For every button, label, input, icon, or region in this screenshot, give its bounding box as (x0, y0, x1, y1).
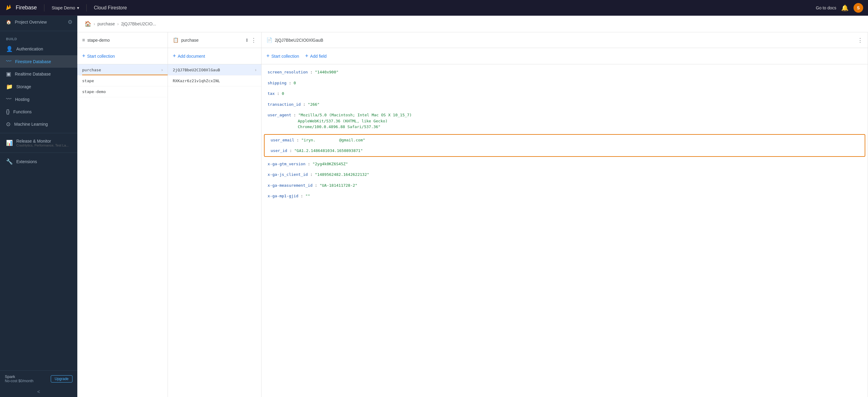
add-document-button[interactable]: + Add document (173, 52, 205, 60)
field-value: 0 (293, 81, 296, 85)
plus-icon: + (305, 53, 308, 59)
project-overview-label: Project Overview (15, 20, 47, 25)
doc-header-actions: ⫾ ⋮ (246, 37, 256, 43)
field-value: "UA-181411728-2" (319, 183, 357, 188)
field-key: user_email (271, 138, 294, 142)
field-header-title: 2jQJ7BbeU2CIO0XlGauB (275, 38, 858, 42)
sidebar-divider-1 (0, 31, 77, 31)
breadcrumb-sep-2: › (117, 22, 119, 26)
sidebar-item-firestore[interactable]: 〰 Firestore Database (0, 55, 77, 68)
sidebar-item-label: Firestore Database (15, 59, 51, 64)
sidebar-footer: Spark No-cost $0/month Upgrade (0, 370, 77, 387)
release-header: Release & Monitor (16, 139, 68, 144)
product-title: Cloud Firestore (94, 5, 127, 10)
more-icon[interactable]: ⋮ (251, 37, 256, 43)
settings-icon[interactable]: ⚙ (68, 19, 72, 25)
breadcrumb-doc-id: 2jQJ7BbeU2CIO... (121, 22, 156, 26)
start-collection-right-button[interactable]: + Start collection (267, 52, 299, 60)
sidebar-item-hosting[interactable]: 〰 Hosting (0, 93, 77, 105)
collection-name: stape (82, 79, 163, 83)
doc-icon: 📄 (267, 37, 272, 43)
field-key: x-ga-measurement_id (268, 183, 313, 188)
field-row-highlighted: user_id : "GA1.2.1486481034.1650893871" (265, 145, 865, 156)
documents-list: 2jQJ7BbeU2CIO0XlGauB › RXKazr6z21v1qhZcx… (168, 64, 261, 397)
home-icon: 🏠 (6, 20, 11, 25)
firestore-panels: ≡ stape-demo + Start collection purchase… (77, 32, 868, 397)
breadcrumb: 🏠 › purchase › 2jQJ7BbeU2CIO... (77, 16, 868, 32)
list-item[interactable]: 2jQJ7BbeU2CIO0XlGauB › (168, 64, 261, 75)
field-key: user_agent (268, 113, 291, 117)
breadcrumb-home-icon[interactable]: 🏠 (85, 21, 91, 27)
collection-header-icon: ≡ (82, 37, 85, 43)
sidebar-item-label: Extensions (16, 159, 37, 164)
firebase-icon (5, 4, 13, 12)
field-value: "Mozilla/5.0 (Macintosh; Intel Mac OS X … (299, 113, 412, 117)
documents-action-bar: + Add document (168, 48, 261, 64)
collections-action-bar: + Start collection (77, 48, 167, 64)
breadcrumb-purchase[interactable]: purchase (98, 22, 115, 26)
field-key: x-ga-gtm_version (268, 162, 305, 166)
field-value-cont: Chrome/100.0.4896.88 Safari/537.36" (298, 124, 380, 129)
arrow-right-icon: › (255, 67, 256, 72)
fields-panel: 📄 2jQJ7BbeU2CIO0XlGauB ⋮ + Start collect… (261, 32, 868, 397)
build-header: Build (0, 34, 77, 42)
filter-icon[interactable]: ⫾ (246, 37, 249, 43)
field-row: shipping : 0 (261, 78, 868, 89)
sidebar: 🏠 Project Overview ⚙ Build 👤 Authenticat… (0, 16, 77, 397)
fields-panel-header: 📄 2jQJ7BbeU2CIO0XlGauB ⋮ (261, 32, 868, 48)
arrow-right-icon: › (161, 67, 163, 72)
field-key: user_id (271, 148, 287, 153)
more-icon[interactable]: ⋮ (858, 37, 863, 43)
sidebar-item-release[interactable]: 📊 Release & Monitor Crashlytics, Perform… (0, 136, 77, 150)
list-item[interactable]: stape (77, 75, 167, 86)
list-item[interactable]: RXKazr6z21v1qhZcxINL (168, 75, 261, 86)
project-overview-item[interactable]: 🏠 Project Overview (6, 20, 47, 25)
fields-header-actions: ⋮ (858, 37, 863, 43)
documents-panel-header: 📋 purchase ⫾ ⋮ (168, 32, 261, 48)
list-item[interactable]: stape-demo (77, 86, 167, 97)
sidebar-item-realtime[interactable]: ▣ Realtime Database (0, 68, 77, 80)
nav-divider-2 (86, 4, 87, 11)
sidebar-item-storage[interactable]: 📁 Storage (0, 80, 77, 93)
field-row: x-ga-js_client_id : "1489562482.16426221… (261, 169, 868, 180)
field-key: x-ga-mp1-gjid (268, 194, 299, 198)
sidebar-item-functions[interactable]: {} Functions (0, 105, 77, 118)
field-value: "266" (308, 102, 319, 106)
plus-icon: + (173, 53, 176, 59)
highlighted-fields-section: user_email : "iryn. @gmail.com" user_id … (264, 134, 865, 157)
sidebar-item-label: Storage (16, 84, 31, 89)
field-row: x-ga-mp1-gjid : "" (261, 191, 868, 202)
document-id: RXKazr6z21v1qhZcxINL (173, 79, 256, 83)
fields-action-bar: + Start collection + Add field (261, 48, 868, 64)
sidebar-item-label: Hosting (15, 97, 29, 102)
sidebar-item-extensions[interactable]: 🔧 Extensions (0, 155, 77, 168)
main-content: 🏠 › purchase › 2jQJ7BbeU2CIO... ≡ stape-… (77, 16, 868, 397)
add-field-button[interactable]: + Add field (305, 52, 327, 60)
field-row: x-ga-gtm_version : "2yg4k0KZ6S45Z" (261, 159, 868, 170)
field-key: x-ga-js_client_id (268, 172, 308, 177)
field-value: "1489562482.1642622132" (315, 172, 369, 177)
list-item[interactable]: purchase › (77, 64, 167, 75)
start-collection-button[interactable]: + Start collection (82, 52, 115, 60)
extensions-icon: 🔧 (6, 158, 13, 165)
sidebar-item-authentication[interactable]: 👤 Authentication (0, 42, 77, 55)
sidebar-divider-3 (0, 153, 77, 153)
sidebar-item-label: Authentication (16, 47, 43, 51)
collections-list: purchase › stape stape-demo (77, 64, 167, 397)
database-icon: 〰 (6, 58, 11, 65)
sidebar-divider-2 (0, 133, 77, 133)
top-navigation: Firebase Stape Demo ▾ Cloud Firestore Go… (0, 0, 868, 16)
active-underline (82, 74, 167, 75)
project-selector[interactable]: Stape Demo ▾ (52, 5, 79, 10)
spark-plan-title: Spark (5, 374, 33, 379)
go-to-docs-link[interactable]: Go to docs (816, 5, 836, 10)
field-value: "1440x900" (315, 70, 339, 74)
upgrade-button[interactable]: Upgrade (51, 375, 72, 383)
storage-icon: 📁 (6, 83, 13, 90)
collapse-sidebar-button[interactable]: < (0, 387, 77, 397)
hosting-icon: 〰 (6, 96, 11, 102)
notification-icon[interactable]: 🔔 (841, 4, 849, 11)
sidebar-item-ml[interactable]: ⊙ Machine Learning (0, 118, 77, 130)
avatar[interactable]: S (854, 3, 863, 13)
field-key: screen_resolution (268, 70, 308, 74)
